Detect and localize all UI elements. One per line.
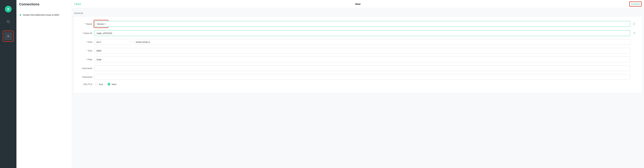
row-password: Password — [79, 74, 636, 80]
port-input[interactable] — [94, 48, 630, 53]
label-ssltls: SSL/TLS — [79, 83, 92, 86]
ssltls-radio-group: true false — [94, 83, 116, 86]
form-scroll-area: General Name — [72, 8, 644, 168]
svg-rect-1 — [8, 21, 10, 23]
connections-title: Connections — [19, 2, 72, 6]
topbar: Back New Connect — [72, 0, 644, 8]
ssltls-radio-true[interactable]: true — [95, 83, 103, 86]
row-name: Name — [79, 21, 636, 27]
connection-item-label: Simple Demo@broker.emqx.io:8083 — [23, 14, 59, 16]
label-name: Name — [79, 23, 92, 25]
page-title: New — [356, 3, 360, 5]
ssltls-radio-false[interactable]: false — [108, 83, 116, 86]
host-input[interactable] — [134, 39, 630, 45]
regenerate-client-id-button[interactable] — [632, 32, 636, 35]
copy-stack-icon — [6, 20, 10, 23]
svg-rect-4 — [634, 24, 634, 24]
main-area: Back New Connect General Name — [72, 0, 644, 168]
name-input-left-segment[interactable] — [95, 21, 107, 27]
password-input[interactable] — [94, 74, 630, 80]
row-username: Username — [79, 65, 636, 71]
name-input[interactable] — [107, 21, 630, 27]
logo-glyph-icon — [6, 7, 10, 11]
row-client-id: Client ID — [79, 30, 636, 36]
back-button[interactable]: Back — [74, 3, 81, 5]
radio-label-false: false — [112, 83, 116, 86]
connection-list-item[interactable]: Simple Demo@broker.emqx.io:8083 — [19, 13, 72, 17]
collections-icon[interactable] — [4, 18, 12, 26]
row-path: Path — [79, 57, 636, 62]
radio-icon — [108, 83, 110, 86]
client-id-input[interactable] — [94, 30, 630, 36]
protocol-select-value[interactable] — [94, 39, 132, 45]
section-title-general: General — [72, 8, 644, 17]
row-port: Port — [79, 48, 636, 53]
plus-icon — [6, 35, 10, 38]
label-password: Password — [79, 76, 92, 78]
chevron-left-icon — [74, 3, 76, 5]
protocol-select[interactable] — [94, 39, 132, 45]
rail-add-highlight — [3, 31, 14, 42]
row-ssltls: SSL/TLS true false — [79, 83, 636, 86]
name-input-highlight — [94, 20, 108, 28]
status-dot-icon — [20, 14, 21, 16]
general-form-card: Name Client ID — [74, 17, 642, 93]
radio-label-true: true — [99, 83, 103, 86]
label-path: Path — [79, 58, 92, 61]
name-info-icon[interactable] — [632, 23, 636, 25]
label-username: Username — [79, 67, 92, 69]
path-input[interactable] — [94, 57, 630, 62]
label-host: Host — [79, 41, 92, 43]
username-input[interactable] — [94, 65, 630, 71]
connect-button[interactable]: Connect — [629, 2, 642, 7]
left-rail — [0, 0, 16, 168]
refresh-icon — [633, 32, 636, 35]
new-connection-button[interactable] — [4, 32, 12, 40]
info-icon — [633, 23, 636, 25]
app-logo[interactable] — [5, 6, 12, 13]
connections-panel: Connections Simple Demo@broker.emqx.io:8… — [16, 0, 72, 168]
connect-button-label: Connect — [631, 3, 640, 5]
svg-point-3 — [634, 23, 634, 24]
back-label: Back — [76, 3, 81, 5]
label-client-id: Client ID — [79, 32, 92, 35]
radio-icon — [95, 83, 98, 86]
label-port: Port — [79, 49, 92, 52]
row-host: Host — [79, 39, 636, 45]
